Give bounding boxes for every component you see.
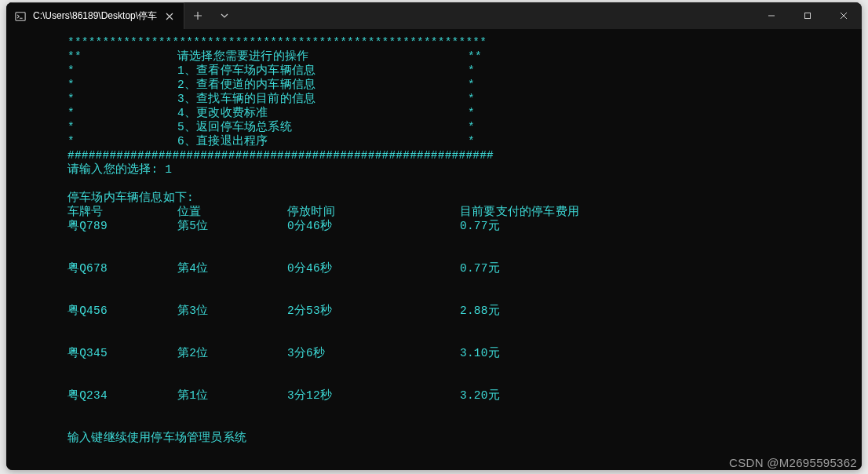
menu-item: *4、更改收费标准* bbox=[13, 106, 862, 120]
table-header-row: 车牌号位置停放时间目前要支付的停车费用 bbox=[13, 205, 862, 219]
titlebar-drag-area[interactable] bbox=[238, 2, 753, 29]
cell-fee: 3.10元 bbox=[460, 346, 500, 360]
maximize-button[interactable] bbox=[790, 2, 826, 29]
col-plate: 车牌号 bbox=[67, 205, 177, 219]
cell-plate: 粤Q678 bbox=[67, 261, 177, 275]
cell-position: 第4位 bbox=[177, 261, 287, 275]
cell-plate: 粤Q345 bbox=[67, 346, 177, 360]
menu-border-top: ****************************************… bbox=[13, 35, 862, 49]
tab-title: C:\Users\86189\Desktop\停车 bbox=[33, 9, 157, 23]
terminal-output[interactable]: ****************************************… bbox=[6, 29, 862, 470]
col-position: 位置 bbox=[177, 205, 287, 219]
cell-fee: 2.88元 bbox=[460, 304, 500, 318]
menu-item: *2、查看便道的内车辆信息* bbox=[13, 78, 862, 92]
cell-position: 第2位 bbox=[177, 346, 287, 360]
terminal-window: C:\Users\86189\Desktop\停车 **************… bbox=[6, 2, 862, 470]
cell-duration: 2分53秒 bbox=[287, 304, 460, 318]
watermark: CSDN @M2695595362 bbox=[729, 456, 857, 469]
window-controls bbox=[753, 2, 862, 29]
cell-position: 第3位 bbox=[177, 304, 287, 318]
active-tab[interactable]: C:\Users\86189\Desktop\停车 bbox=[6, 2, 184, 29]
table-row: 粤Q345第2位3分6秒3.10元 bbox=[13, 346, 862, 360]
svg-rect-0 bbox=[16, 12, 25, 20]
table-row: 粤Q234第1位3分12秒3.20元 bbox=[13, 388, 862, 403]
new-tab-button[interactable] bbox=[184, 2, 211, 29]
menu-item: *6、直接退出程序* bbox=[13, 134, 862, 148]
menu-item: *1、查看停车场内车辆信息* bbox=[13, 64, 862, 78]
cell-plate: 粤Q234 bbox=[67, 388, 177, 403]
tab-dropdown-button[interactable] bbox=[211, 2, 238, 29]
table-row: 粤Q456第3位2分53秒2.88元 bbox=[13, 304, 862, 318]
tab-close-button[interactable] bbox=[163, 10, 176, 23]
svg-rect-1 bbox=[805, 13, 811, 19]
table-row: 粤Q789第5位0分46秒0.77元 bbox=[13, 219, 862, 233]
cell-fee: 0.77元 bbox=[460, 219, 500, 233]
table-title: 停车场内车辆信息如下: bbox=[13, 191, 862, 205]
cell-position: 第5位 bbox=[177, 219, 287, 233]
cell-duration: 0分46秒 bbox=[287, 261, 460, 275]
continue-prompt: 输入键继续使用停车场管理员系统 bbox=[13, 431, 862, 445]
cell-duration: 3分6秒 bbox=[287, 346, 460, 360]
close-button[interactable] bbox=[826, 2, 862, 29]
col-fee: 目前要支付的停车费用 bbox=[460, 205, 579, 219]
cell-position: 第1位 bbox=[177, 388, 287, 403]
titlebar: C:\Users\86189\Desktop\停车 bbox=[6, 2, 862, 29]
col-duration: 停放时间 bbox=[287, 205, 460, 219]
table-row: 粤Q678第4位0分46秒0.77元 bbox=[13, 261, 862, 275]
menu-border-bottom: ########################################… bbox=[13, 148, 862, 162]
cell-fee: 3.20元 bbox=[460, 388, 500, 403]
cell-plate: 粤Q456 bbox=[67, 304, 177, 318]
user-input: 1 bbox=[165, 163, 172, 176]
minimize-button[interactable] bbox=[753, 2, 790, 29]
cell-plate: 粤Q789 bbox=[67, 219, 177, 233]
menu-item: *5、返回停车场总系统* bbox=[13, 120, 862, 134]
cell-duration: 3分12秒 bbox=[287, 388, 460, 403]
cell-fee: 0.77元 bbox=[460, 261, 500, 275]
input-prompt: 请输入您的选择: 1 bbox=[13, 162, 862, 177]
menu-item: *3、查找车辆的目前的信息* bbox=[13, 92, 862, 106]
terminal-icon bbox=[14, 10, 27, 23]
menu-header: **请选择您需要进行的操作** bbox=[13, 49, 862, 64]
cell-duration: 0分46秒 bbox=[287, 219, 460, 233]
